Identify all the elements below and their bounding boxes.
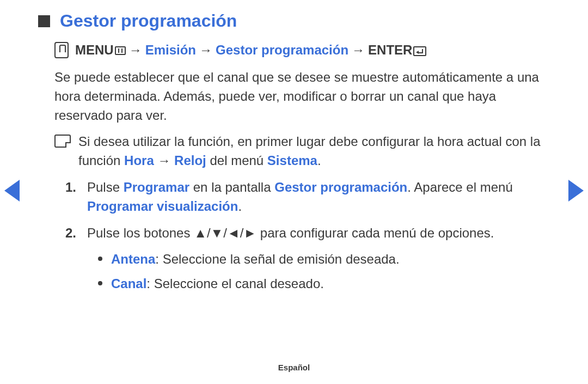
- section-title-row: Gestor programación: [33, 11, 555, 31]
- enter-key-icon: [413, 46, 426, 56]
- note-text: Si desea utilizar la función, en primer …: [78, 132, 555, 170]
- text-fragment: : Seleccione el canal deseado.: [146, 276, 324, 291]
- step-2: 2. Pulse los botones ▲/▼/◄/► para config…: [33, 224, 555, 243]
- text-fragment: Pulse los botones: [87, 225, 194, 240]
- label-antena: Antena: [111, 252, 155, 266]
- step-number: 1.: [65, 178, 79, 197]
- bullet-antena-text: Antena: Seleccione la señal de emisión d…: [111, 250, 400, 269]
- link-gestor-programacion: Gestor programación: [274, 180, 407, 194]
- link-hora: Hora: [124, 153, 154, 168]
- arrow-icon: →: [196, 42, 216, 58]
- note-row: Si desea utilizar la función, en primer …: [33, 132, 555, 170]
- text-fragment: : Seleccione la señal de emisión deseada…: [155, 252, 399, 266]
- note-text-mid: del menú: [206, 153, 267, 168]
- hand-icon: [54, 42, 69, 58]
- section-bullet-icon: [38, 15, 50, 27]
- text-fragment: para configurar cada menú de opciones.: [256, 225, 494, 240]
- step-number: 2.: [65, 224, 79, 243]
- text-fragment: en la pantalla: [189, 180, 274, 194]
- arrow-icon: →: [348, 42, 368, 58]
- note-text-end: .: [317, 153, 321, 168]
- path-link-gestor: Gestor programación: [216, 42, 348, 58]
- link-sistema: Sistema: [267, 153, 317, 168]
- bullet-icon: [98, 257, 102, 261]
- nav-next-icon[interactable]: [568, 180, 584, 202]
- link-programar-visualizacion: Programar visualización: [87, 199, 238, 214]
- bullet-icon: [98, 281, 102, 285]
- step-1: 1. Pulse Programar en la pantalla Gestor…: [33, 178, 555, 216]
- section-title: Gestor programación: [60, 11, 237, 31]
- step-2-text: Pulse los botones ▲/▼/◄/► para configura…: [87, 224, 494, 243]
- enter-label: ENTER: [368, 42, 412, 58]
- bullet-antena: Antena: Seleccione la señal de emisión d…: [33, 250, 555, 269]
- note-icon: [54, 135, 71, 148]
- arrow-icon: →: [126, 42, 145, 58]
- arrow-icon: →: [157, 153, 170, 168]
- label-canal: Canal: [111, 276, 146, 291]
- link-programar: Programar: [124, 180, 189, 194]
- text-fragment: .: [238, 199, 242, 214]
- text-fragment: . Aparece el menú: [407, 180, 512, 194]
- menu-path: MENU → Emisión → Gestor programación → E…: [33, 42, 555, 58]
- text-fragment: Pulse: [87, 180, 124, 194]
- path-link-emision: Emisión: [145, 42, 196, 58]
- direction-arrows-icon: ▲/▼/◄/►: [194, 225, 256, 240]
- footer-language: Español: [0, 363, 588, 372]
- bullet-canal-text: Canal: Seleccione el canal deseado.: [111, 275, 324, 294]
- link-reloj: Reloj: [174, 153, 206, 168]
- nav-prev-icon[interactable]: [4, 180, 20, 202]
- step-1-text: Pulse Programar en la pantalla Gestor pr…: [87, 178, 555, 216]
- menu-grid-icon: [115, 46, 126, 55]
- menu-label: MENU: [75, 42, 114, 58]
- bullet-canal: Canal: Seleccione el canal deseado.: [33, 275, 555, 294]
- description-paragraph: Se puede establecer que el canal que se …: [33, 68, 555, 125]
